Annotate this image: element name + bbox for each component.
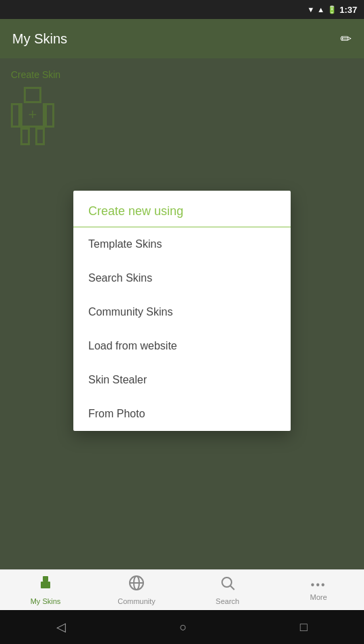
my-skins-label: My Skins xyxy=(31,597,61,605)
back-button[interactable]: ◁ xyxy=(56,620,66,634)
template-skins-option[interactable]: Template Skins xyxy=(73,227,291,261)
nav-item-search[interactable]: Search xyxy=(182,575,273,605)
home-button[interactable]: ○ xyxy=(179,620,187,634)
more-icon: ••• xyxy=(311,579,327,591)
signal-icon: ▲ xyxy=(317,5,325,14)
app-area: My Skins ✏ Create Skin + Create new usi xyxy=(0,19,364,610)
search-skins-option[interactable]: Search Skins xyxy=(73,261,291,295)
dialog-title: Create new using xyxy=(73,191,291,227)
svg-rect-0 xyxy=(43,576,48,582)
community-skins-option[interactable]: Community Skins xyxy=(73,295,291,329)
svg-point-5 xyxy=(222,577,232,587)
community-icon xyxy=(128,575,145,595)
recents-button[interactable]: □ xyxy=(300,620,308,634)
load-from-website-option[interactable]: Load from website xyxy=(73,329,291,363)
status-bar: ▼ ▲ 🔋 1:37 xyxy=(0,0,364,19)
system-nav-bar: ◁ ○ □ xyxy=(0,610,364,644)
nav-item-my-skins[interactable]: My Skins xyxy=(0,575,91,605)
nav-item-community[interactable]: Community xyxy=(91,575,182,605)
community-label: Community xyxy=(117,597,156,605)
skin-stealer-option[interactable]: Skin Stealer xyxy=(73,363,291,397)
svg-rect-1 xyxy=(41,582,50,588)
search-icon xyxy=(219,575,236,595)
battery-icon: 🔋 xyxy=(327,5,337,14)
svg-line-6 xyxy=(231,586,235,590)
page-title: My Skins xyxy=(12,31,67,47)
top-bar: My Skins ✏ xyxy=(0,19,364,58)
from-photo-option[interactable]: From Photo xyxy=(73,397,291,431)
search-label: Search xyxy=(216,597,240,605)
wifi-icon: ▼ xyxy=(307,5,314,14)
more-label: More xyxy=(310,593,327,601)
status-time: 1:37 xyxy=(340,5,357,15)
bottom-nav: My Skins Community Search ••• xyxy=(0,569,364,610)
status-icons: ▼ ▲ 🔋 1:37 xyxy=(307,5,357,15)
nav-item-more[interactable]: ••• More xyxy=(273,579,364,601)
create-new-dialog: Create new using Template Skins Search S… xyxy=(73,191,291,431)
content-area: Create Skin + Create new using Template … xyxy=(0,58,364,569)
edit-icon[interactable]: ✏ xyxy=(340,31,352,47)
my-skins-icon xyxy=(37,575,54,595)
